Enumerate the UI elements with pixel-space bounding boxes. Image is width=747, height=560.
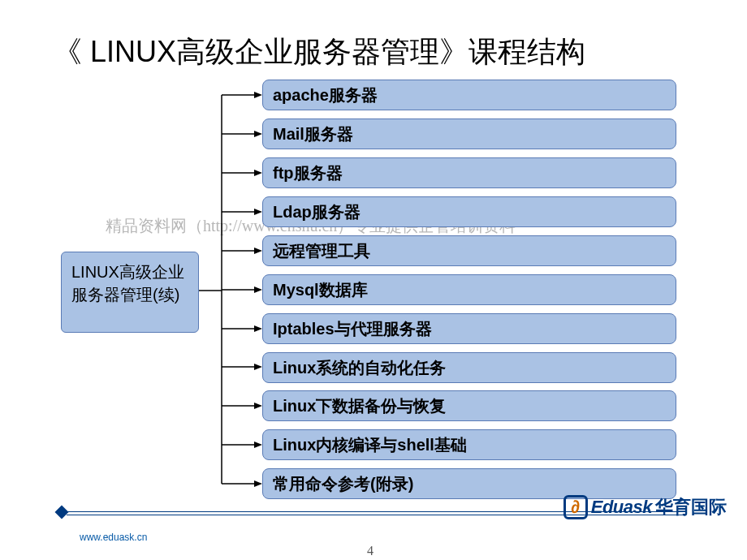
slide-title: 《 LINUX高级企业服务器管理》课程结构 xyxy=(53,32,585,72)
svg-marker-17 xyxy=(254,364,262,370)
topic-node: 远程管理工具 xyxy=(262,235,676,266)
footer-url: www.eduask.cn xyxy=(80,532,147,543)
topic-node: Mysql数据库 xyxy=(262,274,676,305)
svg-marker-23 xyxy=(254,480,262,487)
svg-marker-9 xyxy=(254,209,262,215)
topic-node: apache服务器 xyxy=(262,80,676,110)
topic-node: ftp服务器 xyxy=(262,157,676,188)
arrow-group xyxy=(222,92,262,487)
topic-node: Linux内核编译与shell基础 xyxy=(262,429,676,460)
topic-node: Linux系统的自动化任务 xyxy=(262,352,676,383)
topic-node: Mail服务器 xyxy=(262,118,676,149)
svg-marker-5 xyxy=(254,131,262,137)
root-node: LINUX高级企业服务器管理(续) xyxy=(61,252,199,333)
brand-mark-icon: ∂ xyxy=(563,495,588,519)
topic-node: Linux下数据备份与恢复 xyxy=(262,390,676,421)
brand-name-cn: 华育国际 xyxy=(655,495,727,519)
svg-marker-13 xyxy=(254,286,262,293)
svg-marker-21 xyxy=(254,442,262,448)
svg-marker-19 xyxy=(254,403,262,409)
brand-name-en: Eduask xyxy=(591,497,652,518)
topic-node: Ldap服务器 xyxy=(262,196,676,227)
svg-marker-11 xyxy=(254,248,262,254)
svg-marker-3 xyxy=(254,92,262,98)
svg-marker-7 xyxy=(254,170,262,176)
connector-lines xyxy=(199,77,264,503)
page-number: 4 xyxy=(367,544,374,558)
svg-marker-15 xyxy=(254,325,262,332)
topic-node: Iptables与代理服务器 xyxy=(262,313,676,344)
brand-logo: ∂ Eduask 华育国际 xyxy=(563,495,727,519)
